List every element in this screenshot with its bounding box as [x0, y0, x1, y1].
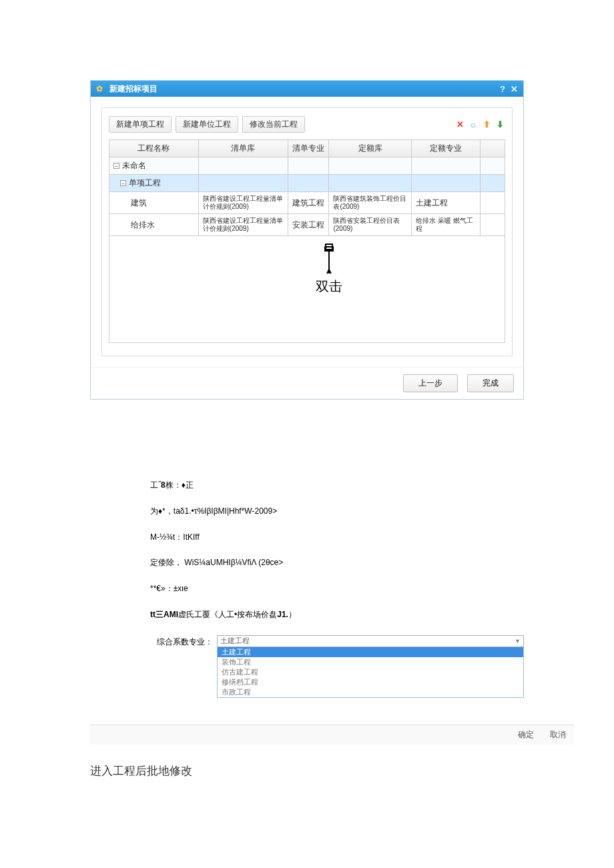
new-subproject-button[interactable]: 新建单项工程	[109, 116, 172, 133]
close-icon[interactable]: ✕	[511, 84, 518, 94]
dialog-titlebar: ✿ 新建招标项目 ? ✕	[91, 81, 523, 97]
move-down-icon[interactable]: ⬇	[495, 119, 505, 130]
col-header-lib2: 定额库	[329, 140, 412, 157]
row-name: 建筑	[131, 198, 147, 207]
tree-root-row[interactable]: −未命名	[109, 157, 505, 175]
table-row[interactable]: 建筑 陕西省建设工程工程量清单计价规则(2009) 建筑工程 陕西省建筑装饰工程…	[109, 192, 505, 214]
combo-option[interactable]: 装饰工程	[218, 657, 523, 667]
document-caption: 进入工程后批地修改	[90, 763, 524, 779]
table-row[interactable]: 给排水 陕西省建设工程工程量清单计价规则(2009) 安装工程 陕西省安装工程价…	[109, 214, 505, 236]
col-header-prof1: 清单专业	[288, 140, 329, 157]
dialog-toolbar: 新建单项工程 新建单位工程 修改当前工程 ✕ ☼ ⬆ ⬇	[109, 116, 505, 133]
row-lib1: 陕西省建设工程工程量清单计价规则(2009)	[203, 217, 283, 232]
move-up-icon[interactable]: ⬆	[481, 119, 492, 130]
document-text-block: 工˝8株：♦正 为♦*，taδ1.•τ%IβIβMI|Hhf*W-2009> M…	[150, 480, 524, 620]
dialog-title: 新建招标项目	[109, 83, 158, 95]
text-line: tt三AMI虚氏工覆《人工•按布场价盘J1.）	[150, 609, 524, 620]
project-tree-table: 工程名称 清单库 清单专业 定额库 定额专业 −未命名	[109, 139, 505, 236]
delete-icon[interactable]: ✕	[454, 119, 465, 130]
text-line: 为♦*，taδ1.•τ%IβIβMI|Hhf*W-2009>	[150, 506, 524, 517]
combo-option[interactable]: 土建工程	[218, 647, 523, 657]
group-label: 单项工程	[129, 178, 161, 187]
gear-icon: ✿	[96, 84, 105, 93]
dialog-content-panel: 新建单项工程 新建单位工程 修改当前工程 ✕ ☼ ⬆ ⬇ 工程名称	[101, 107, 513, 356]
combo-option[interactable]: 修缮档工程	[218, 677, 523, 687]
col-header-lib1: 清单库	[198, 140, 288, 157]
col-header-prof2: 定额专业	[411, 140, 480, 157]
combo-row: 综合系数专业： 土建工程 ▼ 土建工程 装饰工程 仿古建工程 修缮档工程 市政工…	[150, 635, 524, 698]
combo-value: 土建工程	[220, 636, 250, 646]
row-prof1: 建筑工程	[292, 198, 324, 207]
prev-button[interactable]: 上一步	[403, 374, 458, 392]
combo-label: 综合系数专业：	[150, 635, 217, 648]
new-unitproject-button[interactable]: 新建单位工程	[176, 116, 238, 133]
col-header-blank	[480, 140, 505, 157]
text-line: M-½¾t：ItKIff	[150, 532, 524, 543]
tree-group-row[interactable]: −单项工程	[109, 175, 505, 192]
ok-button[interactable]: 确定	[518, 729, 534, 741]
combo-option[interactable]: 市政工程	[218, 687, 523, 697]
table-empty-area	[109, 236, 505, 343]
tree-collapse-icon[interactable]: −	[113, 163, 119, 169]
root-label: 未命名	[122, 161, 146, 170]
combo-option[interactable]: 仿古建工程	[218, 667, 523, 677]
row-prof2: 给排水 采暖 燃气工程	[416, 217, 473, 232]
row-lib1: 陕西省建设工程工程量清单计价规则(2009)	[203, 195, 283, 210]
dialog-footer: 上一步 完成	[91, 367, 523, 399]
text-line: 工˝8株：♦正	[150, 480, 524, 491]
row-name: 给排水	[131, 220, 155, 230]
text-line: **€»：±xιe	[150, 583, 524, 594]
col-header-name: 工程名称	[109, 140, 199, 157]
combo-dropdown: 土建工程 装饰工程 仿古建工程 修缮档工程 市政工程	[217, 647, 524, 698]
cancel-button[interactable]: 取消	[550, 729, 566, 741]
chevron-down-icon: ▼	[515, 638, 521, 644]
help-icon[interactable]: ?	[500, 84, 505, 94]
settings-icon[interactable]: ☼	[468, 119, 479, 130]
profession-combobox[interactable]: 土建工程 ▼	[217, 635, 524, 647]
row-prof1: 安装工程	[292, 220, 324, 230]
row-lib2: 陕西省建筑装饰工程价目表(2009)	[333, 195, 406, 210]
lower-dialog-footer: 确定 取消	[90, 725, 574, 745]
row-prof2: 土建工程	[416, 198, 448, 207]
finish-button[interactable]: 完成	[467, 374, 514, 392]
new-project-dialog: ✿ 新建招标项目 ? ✕ 新建单项工程 新建单位工程 修改当前工程 ✕ ☼ ⬆	[90, 80, 524, 400]
row-lib2: 陕西省安装工程价目表(2009)	[333, 217, 400, 232]
text-line: 定倭除， WiS¼aUMHIβ¼VfiΛ (2θce>	[150, 557, 524, 568]
tree-collapse-icon[interactable]: −	[120, 180, 126, 186]
edit-current-button[interactable]: 修改当前工程	[242, 116, 305, 133]
